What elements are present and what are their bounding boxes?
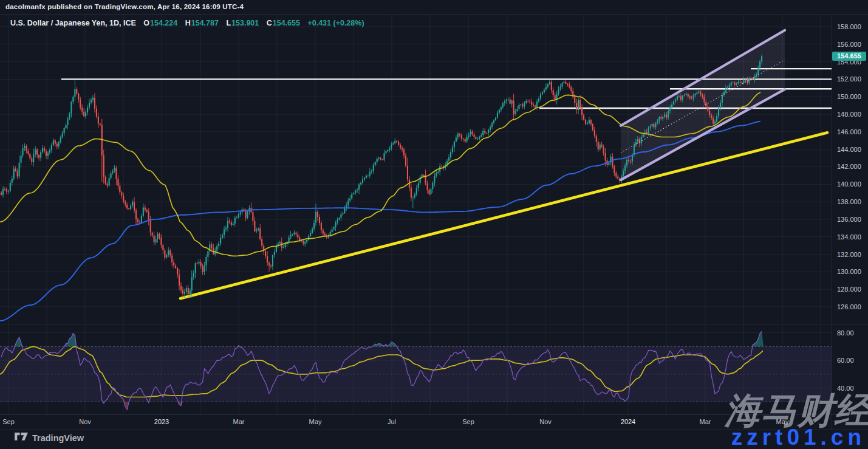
tradingview-logo-text: TradingView: [32, 433, 84, 443]
time-tick-jul: Jul: [388, 418, 396, 425]
price-tick: 148.000: [837, 111, 861, 118]
time-tick-2024: 2024: [621, 418, 635, 425]
price-tick: 144.000: [837, 146, 861, 153]
open-value: 154.224: [150, 19, 177, 27]
price-tick: 158.000: [837, 23, 861, 30]
price-tick: 142.000: [837, 163, 861, 170]
price-tick: 156.000: [837, 41, 861, 48]
close-label: C: [267, 19, 272, 27]
time-tick-may: May: [309, 418, 322, 425]
time-tick-may: May: [776, 418, 789, 425]
high-label: H: [185, 19, 191, 27]
price-tick: 132.000: [837, 251, 861, 258]
time-tick-mar: Mar: [233, 418, 245, 425]
time-tick-mar: Mar: [700, 418, 711, 425]
rsi-tick: 80.00: [837, 329, 854, 337]
price-tick: 152.000: [837, 75, 861, 83]
time-tick-sep: Sep: [2, 418, 15, 425]
price-axis[interactable]: 158.000156.000154.000152.000150.000148.0…: [832, 15, 868, 414]
low-value: 153.901: [231, 19, 259, 27]
price-tick: 146.000: [837, 128, 861, 135]
symbol-legend[interactable]: U.S. Dollar / Japanese Yen, 1D, ICE O154…: [10, 19, 364, 27]
chart-plot-area[interactable]: [0, 0, 868, 449]
price-tick: 136.000: [837, 216, 861, 223]
time-tick-nov: Nov: [79, 418, 91, 425]
price-tick: 128.000: [837, 286, 861, 293]
time-tick-nov: Nov: [539, 418, 552, 425]
open-label: O: [143, 19, 149, 27]
last-price-badge: 154.655: [832, 52, 866, 61]
tradingview-published-chart: dacolmanfx published on TradingView.com,…: [0, 0, 868, 449]
rsi-tick: 40.00: [837, 385, 854, 392]
publisher-line: dacolmanfx published on TradingView.com,…: [5, 3, 244, 10]
price-tick: 134.000: [837, 233, 861, 241]
tradingview-logo[interactable]: TradingView: [15, 433, 84, 443]
low-label: L: [226, 19, 231, 27]
time-axis[interactable]: SepNov2023MarMayJulSepNov2024MarMay: [0, 414, 832, 430]
price-tick: 150.000: [837, 93, 861, 100]
price-tick: 138.000: [837, 198, 861, 205]
rsi-tick: 60.00: [837, 357, 854, 364]
time-tick-2023: 2023: [154, 418, 169, 425]
price-tick: 130.000: [837, 268, 861, 275]
price-tick: 140.000: [837, 180, 861, 188]
time-tick-sep: Sep: [462, 418, 474, 425]
price-tick: 126.000: [837, 303, 861, 310]
close-value: 154.655: [273, 19, 300, 27]
high-value: 154.787: [191, 19, 219, 27]
symbol-title: U.S. Dollar / Japanese Yen, 1D, ICE: [10, 19, 136, 27]
change-value: +0.431 (+0.28%): [307, 19, 364, 27]
tradingview-logo-icon: [15, 433, 28, 443]
